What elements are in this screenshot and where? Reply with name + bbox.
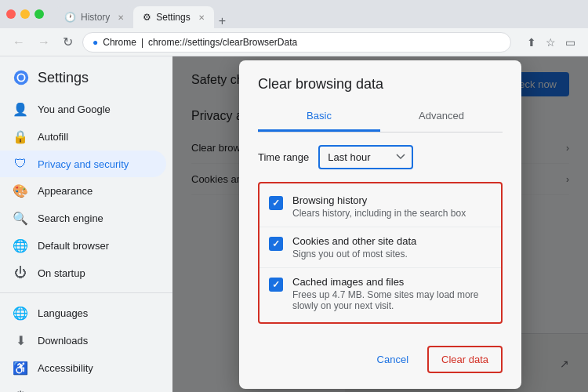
- checkbox-cached[interactable]: ✓: [269, 278, 283, 292]
- check-mark-1: ✓: [272, 198, 280, 209]
- sidebar-item-search-engine[interactable]: 🔍 Search engine: [0, 205, 166, 232]
- check-mark-3: ✓: [272, 279, 280, 290]
- chrome-icon: ●: [93, 37, 98, 48]
- maximize-window-button[interactable]: [34, 9, 44, 19]
- languages-icon: 🌐: [13, 306, 28, 321]
- sidebar-item-languages[interactable]: 🌐 Languages: [0, 299, 166, 327]
- sidebar-item-system[interactable]: ⚙ System: [0, 382, 166, 392]
- new-tab-button[interactable]: +: [214, 14, 230, 28]
- share-button[interactable]: ⬆: [524, 34, 539, 50]
- toolbar-icons: ⬆ ☆ ▭: [524, 34, 579, 50]
- search-engine-icon: 🔍: [13, 211, 28, 226]
- sidebar-header: Settings: [0, 63, 172, 96]
- clear-data-button[interactable]: Clear data: [427, 346, 503, 373]
- you-google-icon: 👤: [13, 102, 28, 117]
- sidebar-item-default-browser[interactable]: 🌐 Default browser: [0, 232, 166, 260]
- checkbox-item-cached[interactable]: ✓ Cached images and files Frees up 4.7 M…: [260, 267, 501, 319]
- sidebar-item-you-google[interactable]: 👤 You and Google: [0, 96, 166, 123]
- content-area: Safety check Check now Privacy and secur…: [172, 56, 588, 392]
- on-startup-icon: ⏻: [13, 266, 28, 280]
- downloads-icon: ⬇: [13, 333, 28, 348]
- sidebar-item-appearance[interactable]: 🎨 Appearance: [0, 177, 166, 205]
- time-range-label: Time range: [258, 151, 309, 163]
- url-text: chrome://settings/clearBrowserData: [148, 37, 297, 48]
- check-mark-2: ✓: [272, 238, 280, 249]
- tabs-bar: 🕐 History ✕ ⚙ Settings ✕ +: [55, 0, 582, 28]
- browsing-history-desc: Clears history, including in the search …: [292, 208, 466, 219]
- autofill-icon: 🔒: [13, 129, 28, 144]
- dialog-body: Time range Last hour Last 24 hours Last …: [239, 132, 521, 336]
- history-tab-label: History: [81, 12, 110, 23]
- main-layout: Settings 👤 You and Google 🔒 Autofill 🛡 P…: [0, 56, 588, 392]
- dialog-tab-basic[interactable]: Basic: [258, 102, 380, 132]
- accessibility-icon: ♿: [13, 361, 28, 376]
- checkbox-item-cookies[interactable]: ✓ Cookies and other site data Signs you …: [260, 227, 501, 267]
- cookies-text: Cookies and other site data Signs you ou…: [292, 235, 416, 260]
- sidebar: Settings 👤 You and Google 🔒 Autofill 🛡 P…: [0, 56, 172, 392]
- appearance-icon: 🎨: [13, 183, 28, 198]
- cookies-desc: Signs you out of most sites.: [292, 249, 416, 260]
- cookies-label: Cookies and other site data: [292, 235, 416, 247]
- sidebar-item-autofill[interactable]: 🔒 Autofill: [0, 123, 166, 151]
- modal-overlay: Clear browsing data Basic Advanced Time …: [172, 56, 588, 392]
- dialog-tabs: Basic Advanced: [258, 102, 503, 132]
- sidebar-item-accessibility[interactable]: ♿ Accessibility: [0, 354, 166, 382]
- menu-button[interactable]: ▭: [562, 34, 579, 50]
- settings-tab-label: Settings: [156, 12, 190, 23]
- sidebar-item-privacy-label: Privacy and security: [38, 158, 129, 170]
- checkbox-cookies[interactable]: ✓: [269, 237, 283, 251]
- minimize-window-button[interactable]: [20, 9, 30, 19]
- sidebar-item-downloads-label: Downloads: [38, 335, 88, 347]
- sidebar-title: Settings: [38, 70, 89, 86]
- time-range-select[interactable]: Last hour Last 24 hours Last 7 days Last…: [318, 145, 413, 169]
- sidebar-item-you-google-label: You and Google: [38, 103, 111, 115]
- privacy-icon: 🛡: [13, 157, 28, 171]
- sidebar-item-privacy[interactable]: 🛡 Privacy and security: [0, 151, 166, 177]
- sidebar-item-on-startup[interactable]: ⏻ On startup: [0, 260, 166, 286]
- cached-desc: Frees up 4.7 MB. Some sites may load mor…: [292, 289, 492, 311]
- chrome-logo: [13, 69, 30, 86]
- time-range-row: Time range Last hour Last 24 hours Last …: [258, 145, 503, 169]
- svg-point-2: [18, 74, 24, 80]
- clear-data-dialog: Clear browsing data Basic Advanced Time …: [239, 60, 521, 389]
- sidebar-item-accessibility-label: Accessibility: [38, 362, 93, 374]
- dialog-actions: Cancel Clear data: [239, 336, 521, 389]
- close-window-button[interactable]: [6, 9, 16, 19]
- url-prefix: Chrome: [103, 37, 136, 48]
- url-separator: |: [141, 37, 143, 48]
- back-button[interactable]: ←: [9, 34, 28, 51]
- checkbox-browsing-history[interactable]: ✓: [269, 196, 283, 210]
- forward-button[interactable]: →: [34, 34, 53, 51]
- addressbar: ← → ↻ ● Chrome | chrome://settings/clear…: [0, 28, 588, 56]
- cached-label: Cached images and files: [292, 276, 492, 288]
- bookmark-button[interactable]: ☆: [543, 34, 559, 50]
- history-tab-close[interactable]: ✕: [118, 13, 124, 22]
- traffic-lights: [6, 9, 44, 19]
- history-tab-favicon: 🕐: [64, 12, 76, 23]
- browsing-history-text: Browsing history Clears history, includi…: [292, 194, 466, 219]
- cached-text: Cached images and files Frees up 4.7 MB.…: [292, 276, 492, 311]
- refresh-button[interactable]: ↻: [60, 33, 76, 51]
- sidebar-item-languages-label: Languages: [38, 307, 88, 319]
- dialog-tab-advanced[interactable]: Advanced: [380, 102, 503, 132]
- sidebar-item-autofill-label: Autofill: [38, 131, 68, 143]
- titlebar: 🕐 History ✕ ⚙ Settings ✕ +: [0, 0, 588, 28]
- settings-tab-close[interactable]: ✕: [198, 13, 205, 22]
- tab-history[interactable]: 🕐 History ✕: [55, 6, 133, 28]
- checkbox-list: ✓ Browsing history Clears history, inclu…: [258, 182, 503, 324]
- sidebar-item-search-engine-label: Search engine: [38, 212, 103, 224]
- settings-tab-favicon: ⚙: [143, 12, 151, 23]
- sidebar-item-on-startup-label: On startup: [38, 267, 85, 279]
- sidebar-item-downloads[interactable]: ⬇ Downloads: [0, 327, 166, 354]
- system-icon: ⚙: [13, 388, 28, 392]
- cancel-button[interactable]: Cancel: [365, 346, 421, 373]
- sidebar-item-appearance-label: Appearance: [38, 185, 93, 197]
- dialog-title: Clear browsing data: [239, 60, 521, 102]
- browsing-history-label: Browsing history: [292, 194, 466, 206]
- default-browser-icon: 🌐: [13, 238, 28, 253]
- sidebar-divider-1: [0, 292, 172, 293]
- url-bar[interactable]: ● Chrome | chrome://settings/clearBrowse…: [82, 32, 511, 53]
- checkbox-item-browsing-history[interactable]: ✓ Browsing history Clears history, inclu…: [260, 187, 501, 227]
- sidebar-item-default-browser-label: Default browser: [38, 240, 109, 252]
- tab-settings[interactable]: ⚙ Settings ✕: [133, 6, 213, 28]
